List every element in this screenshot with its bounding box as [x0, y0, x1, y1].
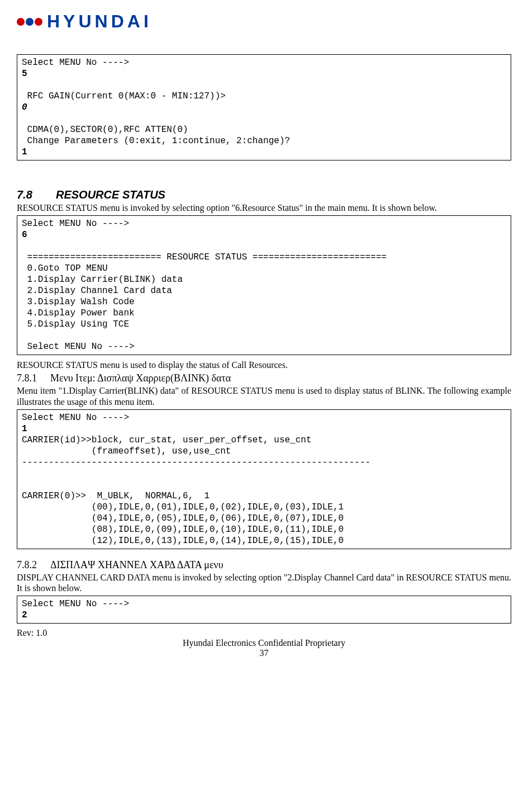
code-line: Select MENU No ----> — [22, 58, 129, 68]
subsection-title: ΔΙΣΠΛΑΨ ΧΗΑΝΝΕΛ ΧΑΡΔ ΔΑΤΑ μενυ — [50, 559, 223, 570]
subsection-7-8-2-text: DISPLAY CHANNEL CARD DATA menu is invoke… — [17, 572, 511, 593]
code-block-2: Select MENU No ----> 6 =================… — [17, 215, 511, 355]
dot-icon — [26, 18, 34, 26]
logo: HYUNDAI — [17, 11, 511, 32]
dot-icon — [35, 18, 42, 26]
code-line: (frameoffset), use,use_cnt — [22, 446, 231, 456]
after-box2-text: RESOURCE STATUS menu is used to display … — [17, 360, 511, 370]
code-line: CARRIER(id)>>block, cur_stat, user_per_o… — [22, 435, 311, 445]
code-line: (04),IDLE,0,(05),IDLE,0,(06),IDLE,0,(07)… — [22, 513, 344, 523]
code-line: CDMA(0),SECTOR(0),RFC ATTEN(0) — [22, 125, 188, 135]
subsection-7-8-2: 7.8.2ΔΙΣΠΛΑΨ ΧΗΑΝΝΕΛ ΧΑΡΔ ΔΑΤΑ μενυ — [17, 559, 511, 571]
section-title: RESOURCE STATUS — [56, 188, 165, 201]
code-line: 6 — [22, 230, 27, 240]
footer-rev: Rev: 1.0 — [17, 628, 511, 638]
code-line: ----------------------------------------… — [22, 457, 370, 468]
code-line: (08),IDLE,0,(09),IDLE,0,(10),IDLE,0,(11)… — [22, 525, 344, 535]
section-intro: RESOURCE STATUS menu is invoked by selec… — [17, 202, 511, 213]
code-line: Select MENU No ----> — [22, 342, 135, 352]
code-line: (00),IDLE,0,(01),IDLE,0,(02),IDLE,0,(03)… — [22, 502, 344, 512]
code-line: Select MENU No ----> — [22, 599, 129, 609]
code-line: 1 — [22, 424, 27, 434]
footer-page-number: 37 — [17, 648, 511, 658]
section-number: 7.8 — [17, 188, 56, 201]
logo-text: HYUNDAI — [47, 11, 152, 32]
code-line: 5.Display Using TCE — [22, 319, 129, 329]
code-line: RFC GAIN(Current 0(MAX:0 - MIN:127))> — [22, 91, 226, 101]
subsection-number: 7.8.1 — [17, 372, 50, 384]
subsection-number: 7.8.2 — [17, 559, 50, 571]
code-line: 2 — [22, 610, 27, 620]
code-block-1: Select MENU No ----> 5 RFC GAIN(Current … — [17, 54, 511, 160]
logo-dots — [17, 18, 42, 26]
code-block-3: Select MENU No ----> 1 CARRIER(id)>>bloc… — [17, 409, 511, 549]
code-line: 1 — [22, 147, 27, 157]
code-line: 3.Display Walsh Code — [22, 297, 135, 307]
code-line: 1.Display Carrier(BLINK) data — [22, 275, 183, 285]
code-line: (12),IDLE,0,(13),IDLE,0,(14),IDLE,0,(15)… — [22, 536, 344, 546]
code-line: ========================= RESOURCE STATU… — [22, 252, 387, 262]
dot-icon — [17, 18, 25, 26]
subsection-7-8-1: 7.8.1Μενυ Ιτεμ: Δισπλαψ Χαρριερ(ΒΛΙΝΚ) δ… — [17, 372, 511, 384]
code-block-4: Select MENU No ----> 2 — [17, 596, 511, 624]
code-line: 0.Goto TOP MENU — [22, 263, 108, 273]
footer-confidential: Hyundai Electronics Confidential Proprie… — [17, 638, 511, 648]
section-heading-7-8: 7.8RESOURCE STATUS — [17, 188, 511, 201]
subsection-title: Μενυ Ιτεμ: Δισπλαψ Χαρριερ(ΒΛΙΝΚ) δατα — [50, 372, 231, 384]
code-line: Select MENU No ----> — [22, 413, 129, 423]
subsection-7-8-1-text: Menu item "1.Display Carrier(BLINK) data… — [17, 385, 511, 407]
code-line: 0 — [22, 102, 27, 112]
code-line: 2.Display Channel Card data — [22, 286, 172, 296]
code-line: Select MENU No ----> — [22, 219, 129, 229]
code-line: 4.Display Power bank — [22, 308, 135, 318]
code-line: Change Parameters (0:exit, 1:continue, 2… — [22, 136, 290, 146]
code-line: CARRIER(0)>> M_UBLK, NORMAL,6, 1 — [22, 491, 210, 501]
code-line: 5 — [22, 69, 27, 79]
